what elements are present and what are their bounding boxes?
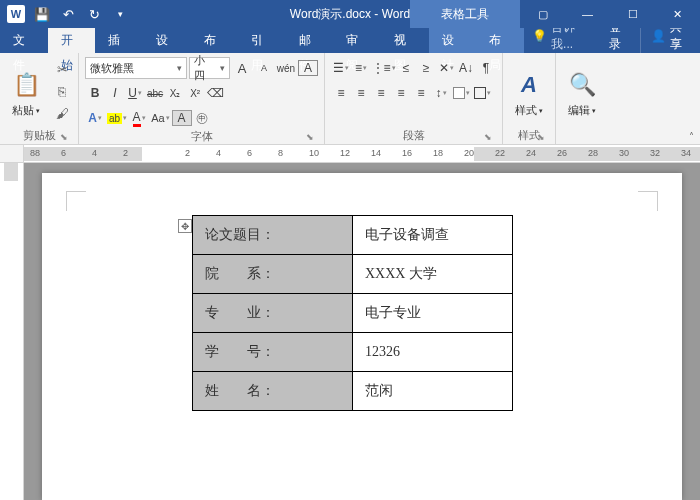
cell-label[interactable]: 学 号： (193, 333, 353, 372)
cell-label[interactable]: 姓 名： (193, 372, 353, 411)
tab-table-layout[interactable]: 布局 (476, 28, 524, 53)
cell-value[interactable]: 电子设备调查 (353, 216, 513, 255)
tab-layout[interactable]: 布局 (191, 28, 239, 53)
tab-design[interactable]: 设计 (143, 28, 191, 53)
grow-font-button[interactable]: A (232, 58, 252, 78)
font-color-button[interactable]: A▾ (129, 108, 149, 128)
tab-file[interactable]: 文件 (0, 28, 48, 53)
vertical-ruler[interactable] (0, 163, 24, 500)
table-move-handle[interactable]: ✥ (178, 219, 192, 233)
distributed-button[interactable]: ≡ (411, 83, 431, 103)
copy-button[interactable]: ⎘ (52, 82, 72, 102)
cell-label[interactable]: 论文题目： (193, 216, 353, 255)
tab-home[interactable]: 开始 (48, 28, 96, 53)
cell-value[interactable]: 12326 (353, 333, 513, 372)
table-row[interactable]: 学 号：12326 (193, 333, 513, 372)
ribbon: 📋 粘贴▾ ✂ ⎘ 🖌 剪贴板⬊ 微软雅黑▾ 小四▾ A A wén A B (0, 53, 700, 145)
tab-view[interactable]: 视图 (381, 28, 429, 53)
group-label-font: 字体⬊ (85, 129, 318, 144)
clear-formatting-button[interactable]: ⌫ (205, 83, 226, 103)
word-icon: W (4, 2, 28, 26)
font-size-selector[interactable]: 小四▾ (189, 57, 230, 79)
format-painter-button[interactable]: 🖌 (52, 104, 72, 124)
horizontal-ruler[interactable]: 88642246810121416182022242628303234 (0, 145, 700, 163)
paste-button[interactable]: 📋 粘贴▾ (6, 55, 46, 128)
window-controls: ▢ — ☐ ✕ (520, 0, 700, 28)
table-row[interactable]: 论文题目：电子设备调查 (193, 216, 513, 255)
change-case-button[interactable]: Aa▾ (149, 108, 171, 128)
customize-qat-button[interactable]: ▾ (108, 2, 132, 26)
multilevel-button[interactable]: ⋮≡▾ (371, 58, 396, 78)
table-row[interactable]: 专 业：电子专业 (193, 294, 513, 333)
ribbon-tabs: 文件 开始 插入 设计 布局 引用 邮件 审阅 视图 设计 布局 💡告诉我...… (0, 28, 700, 53)
align-center-button[interactable]: ≡ (351, 83, 371, 103)
cell-value[interactable]: 范闲 (353, 372, 513, 411)
cell-label[interactable]: 专 业： (193, 294, 353, 333)
char-shading-button[interactable]: A (172, 110, 192, 126)
show-marks-button[interactable]: ¶ (476, 58, 496, 78)
table-row[interactable]: 姓 名：范闲 (193, 372, 513, 411)
ribbon-display-options[interactable]: ▢ (520, 0, 565, 28)
styles-button[interactable]: A 样式▾ (509, 55, 549, 128)
cell-label[interactable]: 院 系： (193, 255, 353, 294)
enclose-char-button[interactable]: ㊥ (192, 108, 212, 128)
asian-layout-button[interactable]: ✕▾ (436, 58, 456, 78)
group-label-styles: 样式⬊ (509, 128, 549, 144)
increase-indent-button[interactable]: ≥ (416, 58, 436, 78)
table-row[interactable]: 院 系：XXXX 大学 (193, 255, 513, 294)
tab-insert[interactable]: 插入 (95, 28, 143, 53)
superscript-button[interactable]: X² (185, 83, 205, 103)
tab-references[interactable]: 引用 (238, 28, 286, 53)
save-button[interactable]: 💾 (30, 2, 54, 26)
undo-button[interactable]: ↶ (56, 2, 80, 26)
numbering-button[interactable]: ≡▾ (351, 58, 371, 78)
title-bar: W 💾 ↶ ↻ ▾ Word演示.docx - Word 表格工具 ▢ — ☐ … (0, 0, 700, 28)
document-table[interactable]: 论文题目：电子设备调查 院 系：XXXX 大学 专 业：电子专业 学 号：123… (192, 215, 513, 411)
shading-button[interactable]: ▾ (451, 83, 472, 103)
group-label-clipboard: 剪贴板⬊ (6, 128, 72, 144)
shrink-font-button[interactable]: A (254, 58, 274, 78)
collapse-ribbon-button[interactable]: ˄ (689, 131, 694, 142)
share-icon: 👤 (651, 29, 666, 43)
redo-button[interactable]: ↻ (82, 2, 106, 26)
paragraph-dialog-launcher[interactable]: ⬊ (482, 131, 494, 143)
margin-corner-tr (638, 191, 658, 211)
clipboard-dialog-launcher[interactable]: ⬊ (58, 131, 70, 143)
styles-dialog-launcher[interactable]: ⬊ (535, 131, 547, 143)
italic-button[interactable]: I (105, 83, 125, 103)
bold-button[interactable]: B (85, 83, 105, 103)
bullets-button[interactable]: ☰▾ (331, 58, 351, 78)
decrease-indent-button[interactable]: ≤ (396, 58, 416, 78)
maximize-button[interactable]: ☐ (610, 0, 655, 28)
document-page[interactable]: ✥ 论文题目：电子设备调查 院 系：XXXX 大学 专 业：电子专业 学 号：1… (42, 173, 682, 500)
minimize-button[interactable]: — (565, 0, 610, 28)
group-label-editing (562, 128, 602, 144)
tab-review[interactable]: 审阅 (333, 28, 381, 53)
tab-table-design[interactable]: 设计 (429, 28, 477, 53)
font-name-selector[interactable]: 微软雅黑▾ (85, 57, 187, 79)
strikethrough-button[interactable]: abc (145, 83, 165, 103)
font-dialog-launcher[interactable]: ⬊ (304, 131, 316, 143)
align-right-button[interactable]: ≡ (371, 83, 391, 103)
close-button[interactable]: ✕ (655, 0, 700, 28)
underline-button[interactable]: U▾ (125, 83, 145, 103)
cell-value[interactable]: XXXX 大学 (353, 255, 513, 294)
group-editing: 🔍 编辑▾ (556, 53, 608, 144)
editing-button[interactable]: 🔍 编辑▾ (562, 55, 602, 128)
line-spacing-button[interactable]: ↕▾ (431, 83, 451, 103)
page-scroll[interactable]: ✥ 论文题目：电子设备调查 院 系：XXXX 大学 专 业：电子专业 学 号：1… (24, 163, 700, 500)
tab-mailings[interactable]: 邮件 (286, 28, 334, 53)
bulb-icon: 💡 (532, 29, 547, 43)
borders-button[interactable]: ▾ (472, 83, 493, 103)
group-styles: A 样式▾ 样式⬊ (503, 53, 556, 144)
justify-button[interactable]: ≡ (391, 83, 411, 103)
highlight-button[interactable]: ab▾ (105, 108, 129, 128)
align-left-button[interactable]: ≡ (331, 83, 351, 103)
sort-button[interactable]: A↓ (456, 58, 476, 78)
cell-value[interactable]: 电子专业 (353, 294, 513, 333)
cut-button[interactable]: ✂ (52, 60, 72, 80)
subscript-button[interactable]: X₂ (165, 83, 185, 103)
text-effects-button[interactable]: A▾ (85, 108, 105, 128)
phonetic-guide-button[interactable]: wén (276, 58, 296, 78)
char-border-button[interactable]: A (298, 60, 318, 76)
